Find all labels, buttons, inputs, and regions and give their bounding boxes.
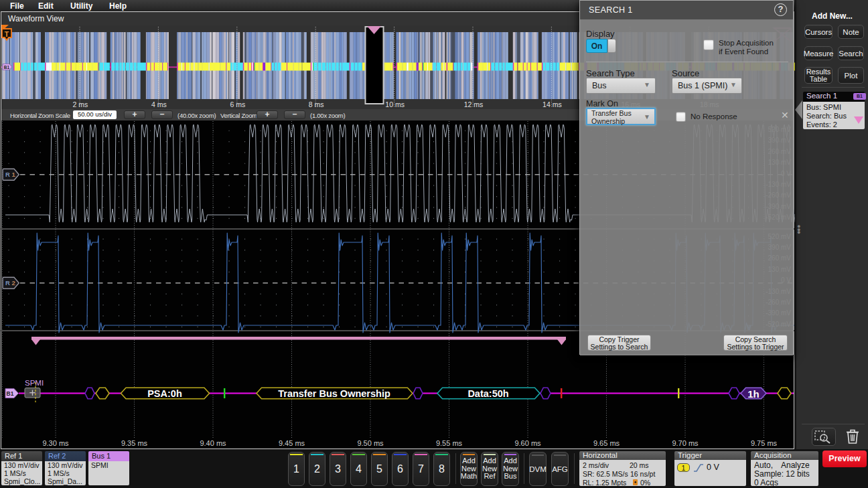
svg-text:9.45 ms: 9.45 ms: [279, 439, 305, 447]
svg-text:T: T: [5, 30, 9, 38]
svg-text:9.60 ms: 9.60 ms: [514, 439, 541, 447]
svg-text:Transfer Bus Ownership: Transfer Bus Ownership: [278, 388, 390, 399]
svg-text:12 ms: 12 ms: [464, 100, 484, 108]
svg-text:2 ms: 2 ms: [73, 100, 88, 108]
svg-text:Data:50h: Data:50h: [467, 388, 508, 399]
svg-text:B1: B1: [7, 390, 14, 397]
svg-text:9.35 ms: 9.35 ms: [121, 439, 148, 447]
svg-text:9.65 ms: 9.65 ms: [593, 439, 620, 447]
svg-text:9.50 ms: 9.50 ms: [357, 439, 384, 447]
svg-text:8 ms: 8 ms: [309, 100, 324, 108]
svg-text:SPMI: SPMI: [25, 379, 44, 387]
svg-text:R 2: R 2: [5, 279, 15, 287]
svg-text:4 ms: 4 ms: [151, 100, 167, 108]
svg-text:1h: 1h: [747, 388, 760, 400]
svg-text:9.70 ms: 9.70 ms: [672, 439, 699, 447]
svg-text:10 ms: 10 ms: [385, 100, 405, 108]
svg-text:9.40 ms: 9.40 ms: [200, 439, 226, 447]
svg-text:R 1: R 1: [5, 171, 16, 178]
svg-text:14 ms: 14 ms: [542, 100, 562, 108]
svg-text:9.75 ms: 9.75 ms: [751, 439, 778, 447]
svg-text:9.55 ms: 9.55 ms: [436, 439, 463, 447]
svg-text:9.30 ms: 9.30 ms: [42, 439, 69, 447]
svg-text:6 ms: 6 ms: [230, 100, 245, 108]
svg-text:PSA:0h: PSA:0h: [147, 388, 182, 399]
svg-text:B1: B1: [4, 65, 10, 70]
